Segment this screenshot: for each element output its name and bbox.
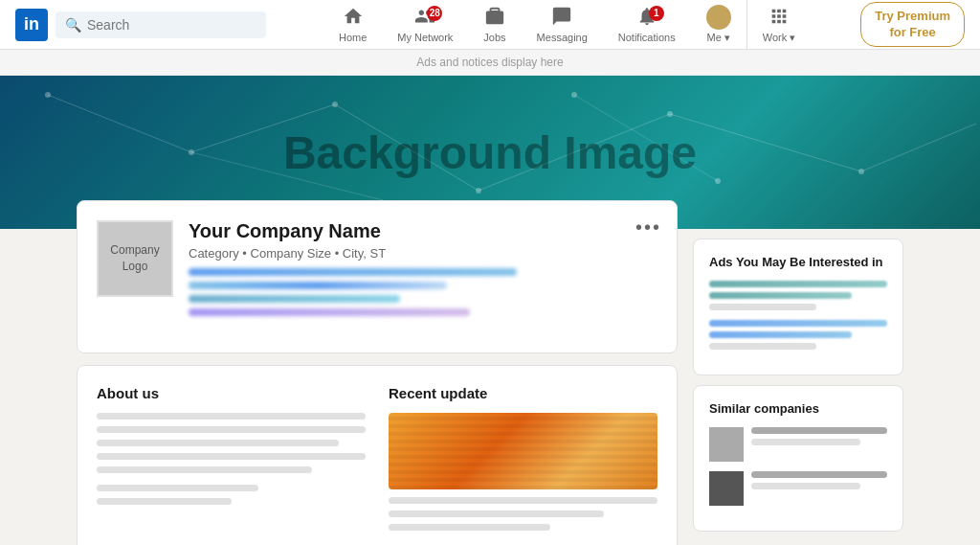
svg-point-12: [667, 111, 673, 117]
work-icon: [768, 6, 790, 30]
messaging-label: Messaging: [537, 32, 588, 43]
company-name: Your Company Name: [189, 220, 657, 242]
ads-banner-text: Ads and notices display here: [416, 56, 563, 69]
nav-work[interactable]: Work ▾: [746, 0, 812, 50]
svg-point-14: [571, 92, 577, 98]
nav-messaging[interactable]: Messaging: [522, 0, 603, 50]
jobs-label: Jobs: [483, 32, 505, 43]
svg-point-9: [189, 149, 194, 155]
about-section: About us Recent update: [77, 365, 678, 545]
svg-point-11: [476, 188, 481, 193]
company-more-button[interactable]: •••: [635, 216, 661, 238]
notifications-label: Notifications: [618, 32, 676, 43]
svg-line-0: [48, 95, 191, 152]
navbar: in 🔍 Home 28 My Network Jobs: [0, 0, 980, 50]
work-label: Work ▾: [763, 32, 796, 44]
update-bar-2: [389, 511, 604, 517]
svg-point-8: [45, 92, 51, 98]
my-network-badge: 28: [427, 6, 442, 21]
sidebar-ad-item-2: [709, 320, 887, 350]
sidebar: Ads You May Be Interested in Similar com…: [693, 229, 903, 545]
similar-info-2: [751, 471, 887, 494]
search-icon: 🔍: [65, 17, 81, 33]
sidebar-similar-card: Similar companies: [693, 385, 903, 532]
nav-home[interactable]: Home: [323, 0, 382, 50]
about-bar-5: [97, 466, 312, 473]
about-bar-3: [97, 440, 339, 446]
about-bar-4: [97, 453, 366, 460]
linkedin-logo[interactable]: in: [15, 9, 48, 41]
about-bar-6: [97, 485, 258, 491]
company-info: Your Company Name Category • Company Siz…: [189, 220, 657, 322]
company-bar-1: [189, 268, 517, 276]
home-label: Home: [339, 32, 367, 43]
update-image: [389, 413, 657, 489]
nav-notifications[interactable]: 1 Notifications: [603, 0, 691, 50]
company-header: Company Logo Your Company Name Category …: [97, 220, 657, 322]
home-icon: [343, 6, 364, 30]
sidebar-ad-item-1: [709, 281, 887, 310]
update-bar-3: [389, 524, 550, 531]
ads-banner: Ads and notices display here: [0, 50, 980, 76]
about-grid: About us Recent update: [97, 385, 657, 537]
main-content: ••• Company Logo Your Company Name Categ…: [77, 229, 678, 545]
company-bar-3: [189, 295, 400, 303]
similar-logo-1: [709, 427, 744, 462]
about-left: About us: [97, 385, 366, 537]
main-layout: ••• Company Logo Your Company Name Categ…: [0, 229, 980, 545]
nav-jobs[interactable]: Jobs: [468, 0, 521, 50]
similar-company-2: [709, 471, 887, 506]
about-right: Recent update: [389, 385, 657, 537]
svg-point-15: [715, 178, 721, 184]
similar-logo-2: [709, 471, 744, 506]
company-meta: Category • Company Size • City, ST: [189, 246, 657, 261]
messaging-icon: [551, 6, 572, 30]
about-bar-7: [97, 498, 232, 505]
company-bar-2: [189, 282, 447, 289]
search-bar[interactable]: 🔍: [56, 11, 266, 38]
similar-info-1: [751, 427, 887, 450]
about-bar-1: [97, 413, 366, 420]
svg-line-5: [861, 124, 976, 171]
me-label: Me ▾: [707, 32, 730, 44]
company-logo: Company Logo: [97, 220, 173, 297]
about-title: About us: [97, 385, 366, 401]
sidebar-ads-title: Ads You May Be Interested in: [709, 255, 887, 269]
try-premium-button[interactable]: Try Premium for Free: [860, 2, 965, 48]
company-card: ••• Company Logo Your Company Name Categ…: [77, 200, 678, 353]
search-input[interactable]: [87, 17, 256, 33]
sidebar-similar-title: Similar companies: [709, 401, 887, 416]
notifications-badge: 1: [649, 6, 664, 21]
sidebar-ads-card: Ads You May Be Interested in: [693, 238, 903, 375]
nav-me[interactable]: Me ▾: [691, 0, 746, 50]
company-bar-4: [189, 308, 470, 316]
nav-center: Home 28 My Network Jobs Messaging: [289, 0, 845, 50]
svg-point-10: [332, 102, 338, 107]
svg-line-4: [670, 114, 861, 171]
similar-company-1: [709, 427, 887, 462]
my-network-label: My Network: [397, 32, 453, 43]
nav-my-network[interactable]: 28 My Network: [382, 0, 468, 50]
background-image-text: Background Image: [283, 126, 697, 179]
about-bar-2: [97, 426, 366, 433]
svg-point-13: [858, 169, 864, 174]
jobs-icon: [484, 6, 505, 30]
avatar: [706, 5, 731, 30]
nav-right: Try Premium for Free: [853, 2, 965, 48]
update-bar-1: [389, 497, 657, 504]
update-title: Recent update: [389, 385, 657, 401]
